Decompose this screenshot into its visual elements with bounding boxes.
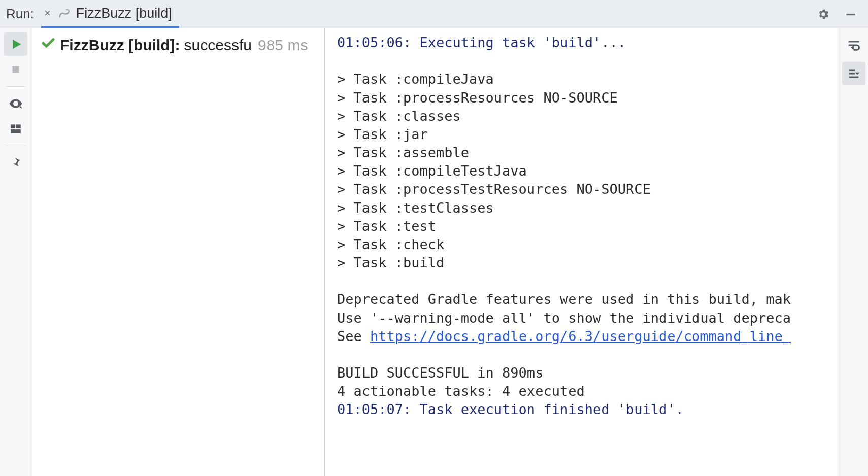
task-duration: 985 ms xyxy=(258,37,308,54)
separator xyxy=(6,146,25,146)
run-button[interactable] xyxy=(4,32,27,56)
gear-icon[interactable] xyxy=(814,5,832,23)
tool-window-title: Run: xyxy=(6,6,34,22)
svg-rect-1 xyxy=(12,66,19,73)
minimize-icon[interactable] xyxy=(842,5,860,23)
svg-rect-3 xyxy=(16,124,21,128)
task-tree-pane: FizzBuzz [build]: successfu 985 ms xyxy=(31,28,325,476)
right-action-rail xyxy=(839,28,868,476)
svg-rect-4 xyxy=(11,129,21,133)
svg-rect-0 xyxy=(846,13,855,15)
console-output[interactable]: 01:05:06: Executing task 'build'... > Ta… xyxy=(325,28,839,476)
left-action-rail xyxy=(0,28,31,476)
visibility-button[interactable] xyxy=(4,92,27,115)
run-config-tab[interactable]: × FizzBuzz [build] xyxy=(41,1,179,28)
console-pane: 01:05:06: Executing task 'build'... > Ta… xyxy=(325,28,839,476)
layout-button[interactable] xyxy=(4,117,27,141)
pin-button[interactable] xyxy=(4,151,27,175)
task-tree-root[interactable]: FizzBuzz [build]: successfu 985 ms xyxy=(41,36,319,54)
scroll-to-end-button[interactable] xyxy=(842,62,865,85)
check-icon xyxy=(41,36,56,54)
separator xyxy=(6,86,25,87)
gradle-icon xyxy=(56,5,72,21)
tab-title: FizzBuzz [build] xyxy=(76,6,172,21)
task-status: successfu xyxy=(184,37,252,54)
stop-button[interactable] xyxy=(4,58,27,81)
docs-link[interactable]: https://docs.gradle.org/6.3/userguide/co… xyxy=(370,328,791,344)
task-name: FizzBuzz [build]: xyxy=(60,37,180,54)
run-tool-header: Run: × FizzBuzz [build] xyxy=(0,0,868,28)
svg-rect-2 xyxy=(11,124,15,128)
close-icon[interactable]: × xyxy=(44,7,51,20)
soft-wrap-button[interactable] xyxy=(842,33,865,57)
